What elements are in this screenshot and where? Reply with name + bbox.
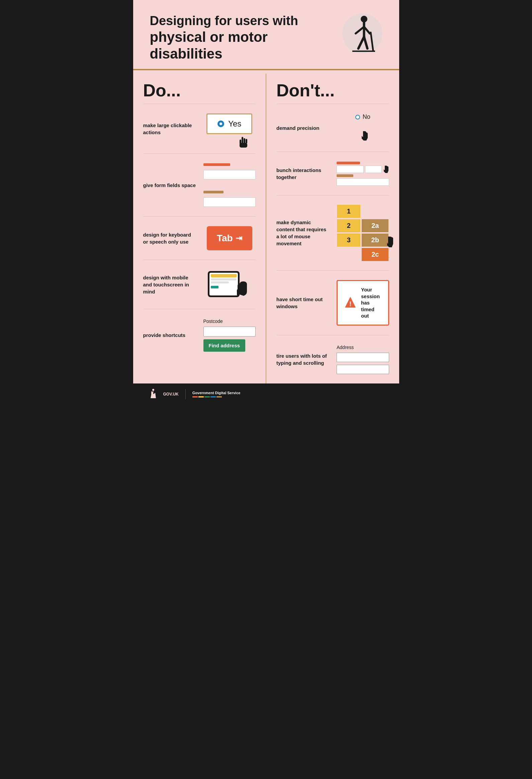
do-visual-4 <box>203 269 256 299</box>
do-text-5: provide shortcuts <box>143 332 197 339</box>
bunched-cursor-icon <box>383 166 389 173</box>
spaced-form-fields <box>203 163 256 207</box>
row-form-fields-space: give form fields space <box>143 154 256 216</box>
dont-text-2: bunch interactions together <box>276 167 330 181</box>
header-section: Designing for users with physical or mot… <box>133 0 399 70</box>
postcode-label: Postcode <box>203 318 256 324</box>
tab-key-visual: Tab ⇥ <box>207 226 252 250</box>
bunched-label-orange <box>337 162 360 164</box>
field-input-2[interactable] <box>203 197 256 207</box>
grid-cell-1: 1 <box>337 205 360 218</box>
radio-empty-icon <box>355 115 360 119</box>
bar-green <box>204 396 210 398</box>
address-input-2[interactable] <box>337 365 389 374</box>
svg-line-2 <box>356 27 364 34</box>
row-keyboard-speech: design for keyboard or speech only use T… <box>143 216 256 260</box>
do-visual-3: Tab ⇥ <box>203 226 256 250</box>
dont-visual-1: No <box>337 113 389 142</box>
bunched-input-1[interactable] <box>337 166 364 173</box>
svg-text:!: ! <box>349 300 352 307</box>
bar-brown <box>217 396 222 398</box>
do-text-3: design for keyboard or speech only use <box>143 231 197 245</box>
title-line2: physical or motor <box>150 29 268 45</box>
dont-visual-3: 1 2 2a 3 2b 2c <box>337 205 389 261</box>
warning-icon: ! <box>344 296 356 308</box>
row-shortcuts: provide shortcuts Postcode Find address <box>143 309 256 361</box>
session-timeout-box: ! Your session has timed out <box>337 280 389 325</box>
row-mobile-touchscreen: design with mobile and touchscreen in mi… <box>143 260 256 309</box>
bar-blue <box>211 396 216 398</box>
dynamic-cursor-icon <box>387 237 396 247</box>
row-typing-scrolling: tire users with lots of typing and scrol… <box>276 335 389 383</box>
row-demand-precision: demand precision No <box>276 104 389 152</box>
svg-line-4 <box>371 33 373 50</box>
footer-color-bar <box>192 396 241 398</box>
address-form: Address <box>337 345 389 374</box>
field-input-1[interactable] <box>203 170 256 179</box>
postcode-input[interactable] <box>203 326 256 337</box>
bunched-input-2[interactable] <box>365 166 382 173</box>
find-address-button[interactable]: Find address <box>203 339 245 352</box>
session-text: Your session has timed out <box>361 287 381 319</box>
dont-text-4: have short time out windows <box>276 296 330 310</box>
header-title: Designing for users with physical or mot… <box>150 13 336 62</box>
grid-cell-2a: 2a <box>362 219 389 232</box>
small-radio-button: No <box>355 113 370 130</box>
footer-gov-digital: Government Digital Service <box>192 391 241 398</box>
do-text-1: make large clickable actions <box>143 122 197 136</box>
address-input-1[interactable] <box>337 353 389 362</box>
title-line1: Designing for users with <box>150 14 298 28</box>
grid-cell-2: 2 <box>337 219 360 232</box>
main-columns: Do... make large clickable actions Yes <box>133 70 399 383</box>
footer-logo <box>150 389 157 400</box>
bunched-input-3[interactable] <box>337 178 389 186</box>
row-large-clickable: make large clickable actions Yes <box>143 104 256 154</box>
svg-line-5 <box>358 37 364 49</box>
dont-column: Don't... demand precision No <box>266 74 399 383</box>
footer-divider <box>185 389 186 399</box>
radio-yes-label: Yes <box>228 119 241 128</box>
svg-rect-9 <box>244 138 245 143</box>
svg-marker-16 <box>151 390 156 398</box>
svg-line-6 <box>364 37 367 49</box>
row-session-timeout: have short time out windows ! Your sessi… <box>276 271 389 335</box>
do-visual-5: Postcode Find address <box>203 318 256 352</box>
dont-heading: Don't... <box>276 74 389 104</box>
footer-gds-name: Government Digital Service <box>192 391 241 395</box>
bar-yellow <box>198 396 204 398</box>
grid-cell-3: 3 <box>337 234 360 247</box>
row-dynamic-content: make dynamic content that requires a lot… <box>276 195 389 271</box>
field-label-brown-1 <box>203 191 224 193</box>
grid-cell-2c: 2c <box>362 248 389 261</box>
dont-text-5: tire users with lots of typing and scrol… <box>276 352 330 366</box>
do-heading: Do... <box>143 74 256 104</box>
svg-rect-8 <box>242 137 243 143</box>
tab-arrow-icon: ⇥ <box>236 234 242 243</box>
row-bunch-interactions: bunch interactions together <box>276 152 389 195</box>
person-with-cane-icon <box>349 15 376 52</box>
large-radio-button[interactable]: Yes <box>206 113 252 134</box>
footer: GOV.UK Government Digital Service <box>133 383 399 405</box>
svg-point-17 <box>152 389 154 391</box>
dont-text-3: make dynamic content that requires a lot… <box>276 219 330 247</box>
poster: Designing for users with physical or mot… <box>133 0 399 405</box>
radio-filled-icon <box>218 120 224 127</box>
crown-icon <box>150 389 157 398</box>
grid-cell-2b: 2b <box>362 234 389 247</box>
dont-visual-2 <box>337 162 389 186</box>
radio-no-label: No <box>363 113 370 120</box>
bunched-label-brown <box>337 174 353 177</box>
do-column: Do... make large clickable actions Yes <box>133 74 267 383</box>
dynamic-grid: 1 2 2a 3 2b 2c <box>337 205 389 261</box>
svg-rect-10 <box>246 139 247 143</box>
do-visual-1: Yes <box>203 113 256 144</box>
bunched-form-fields <box>337 162 389 186</box>
shortcut-form: Postcode Find address <box>203 318 256 352</box>
svg-rect-13 <box>237 289 240 296</box>
do-text-4: design with mobile and touchscreen in mi… <box>143 274 197 295</box>
tab-label: Tab <box>217 233 233 244</box>
disability-icon <box>342 13 382 54</box>
title-line3: disabilities <box>150 46 223 62</box>
dont-visual-4: ! Your session has timed out <box>337 280 389 325</box>
field-label-orange-1 <box>203 163 230 166</box>
